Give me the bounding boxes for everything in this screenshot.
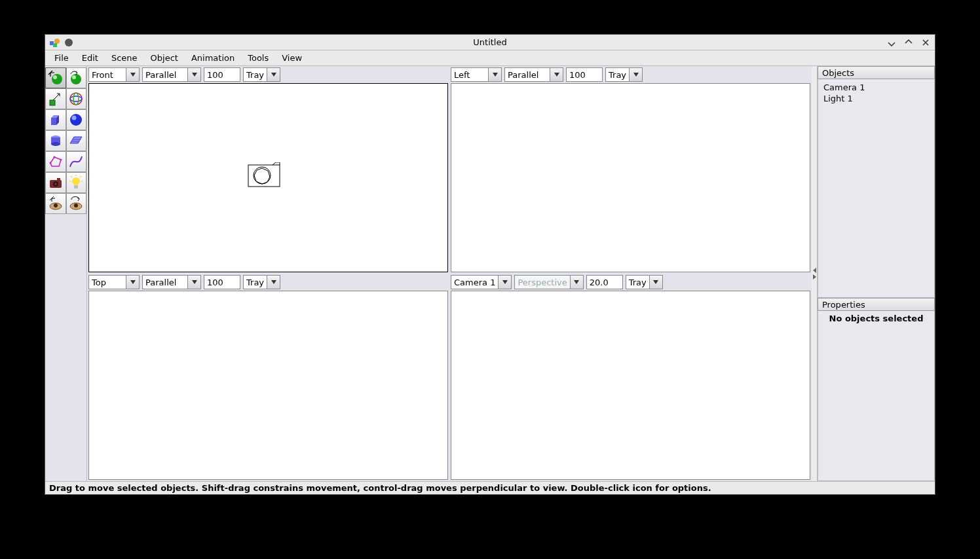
object-item[interactable]: Light 1 bbox=[823, 93, 929, 104]
chevron-down-icon[interactable] bbox=[267, 275, 280, 289]
viewport-toolbar: Camera 1 Perspective Tray bbox=[449, 274, 812, 291]
svg-point-1 bbox=[54, 39, 60, 44]
svg-point-23 bbox=[72, 177, 80, 185]
viewport-grid: Front Parallel Tray bbox=[87, 66, 812, 481]
viewport-camera: Camera 1 Perspective Tray bbox=[449, 274, 812, 481]
chevron-down-icon[interactable] bbox=[126, 67, 140, 82]
chevron-down-icon[interactable] bbox=[489, 67, 502, 82]
chevron-down-icon[interactable] bbox=[630, 67, 643, 82]
chevron-down-icon[interactable] bbox=[650, 275, 663, 289]
svg-rect-22 bbox=[57, 178, 60, 181]
object-item[interactable]: Camera 1 bbox=[823, 82, 929, 93]
projection-selector[interactable]: Parallel bbox=[142, 67, 201, 82]
viewport-canvas[interactable] bbox=[88, 83, 448, 272]
svg-rect-7 bbox=[50, 100, 55, 105]
window-title: Untitled bbox=[45, 37, 935, 47]
svg-point-18 bbox=[60, 159, 62, 161]
tool-pan-view[interactable] bbox=[45, 193, 66, 214]
viewport-toolbar: Front Parallel Tray bbox=[87, 66, 449, 83]
viewport-front: Front Parallel Tray bbox=[87, 66, 449, 274]
viewport-toolbar: Left Parallel Tray bbox=[449, 66, 812, 83]
zoom-input[interactable] bbox=[204, 275, 240, 289]
tool-camera[interactable] bbox=[45, 172, 66, 193]
svg-point-8 bbox=[70, 93, 82, 105]
objects-panel-header: Objects bbox=[818, 66, 935, 79]
tool-polygon[interactable] bbox=[45, 151, 66, 172]
tool-orbit-view[interactable] bbox=[66, 193, 87, 214]
menu-edit[interactable]: Edit bbox=[75, 51, 105, 65]
menu-animation[interactable]: Animation bbox=[185, 51, 241, 65]
svg-point-3 bbox=[52, 74, 62, 84]
svg-point-10 bbox=[73, 93, 79, 105]
menu-object[interactable]: Object bbox=[144, 51, 185, 65]
tool-light[interactable] bbox=[66, 172, 87, 193]
status-text: Drag to move selected objects. Shift-dra… bbox=[49, 483, 711, 493]
zoom-input[interactable] bbox=[204, 67, 240, 82]
titlebar: Untitled bbox=[45, 35, 935, 50]
content-area: Front Parallel Tray bbox=[45, 66, 935, 481]
projection-selector[interactable]: Parallel bbox=[142, 275, 201, 289]
viewport-canvas[interactable] bbox=[451, 83, 810, 272]
svg-marker-31 bbox=[254, 168, 270, 184]
app-window: Untitled File Edit Scene Object Animatio… bbox=[45, 34, 935, 495]
projection-selector[interactable]: Parallel bbox=[504, 67, 563, 82]
viewport-top: Top Parallel Tray bbox=[87, 274, 449, 481]
tool-curve[interactable] bbox=[66, 151, 87, 172]
svg-rect-2 bbox=[53, 43, 57, 47]
view-selector[interactable]: Front bbox=[88, 67, 140, 82]
menu-scene[interactable]: Scene bbox=[105, 51, 144, 65]
properties-empty-message: No objects selected bbox=[829, 314, 924, 323]
chevron-down-icon[interactable] bbox=[499, 275, 512, 289]
tray-selector[interactable]: Tray bbox=[243, 275, 280, 289]
svg-point-4 bbox=[53, 75, 57, 79]
view-selector[interactable]: Top bbox=[88, 275, 140, 289]
tool-scale[interactable] bbox=[45, 88, 66, 109]
tool-move[interactable] bbox=[45, 67, 66, 88]
tray-selector[interactable]: Tray bbox=[605, 67, 643, 82]
chevron-down-icon[interactable] bbox=[550, 67, 563, 82]
statusbar: Drag to move selected objects. Shift-dra… bbox=[45, 481, 935, 494]
minimize-button[interactable] bbox=[886, 37, 897, 48]
properties-panel-header: Properties bbox=[818, 298, 935, 311]
zoom-input[interactable] bbox=[566, 67, 603, 82]
view-selector[interactable]: Camera 1 bbox=[451, 275, 512, 289]
chevron-down-icon[interactable] bbox=[188, 67, 201, 82]
svg-rect-24 bbox=[74, 185, 78, 189]
menu-view[interactable]: View bbox=[275, 51, 309, 65]
svg-point-21 bbox=[54, 183, 57, 185]
tool-palette bbox=[45, 66, 87, 481]
menubar: File Edit Scene Object Animation Tools V… bbox=[45, 50, 935, 66]
chevron-down-icon[interactable] bbox=[267, 67, 280, 82]
tool-cube[interactable] bbox=[45, 109, 66, 130]
svg-point-6 bbox=[72, 75, 76, 79]
menu-tools[interactable]: Tools bbox=[241, 51, 275, 65]
objects-list[interactable]: Camera 1 Light 1 bbox=[818, 79, 935, 298]
svg-point-28 bbox=[74, 204, 78, 207]
viewport-toolbar: Top Parallel Tray bbox=[87, 274, 449, 291]
projection-selector[interactable]: Perspective bbox=[514, 275, 583, 289]
window-pin-icon[interactable] bbox=[65, 39, 73, 46]
tray-selector[interactable]: Tray bbox=[243, 67, 280, 82]
svg-point-9 bbox=[70, 96, 82, 101]
panel-splitter[interactable] bbox=[812, 66, 817, 481]
maximize-button[interactable] bbox=[903, 37, 914, 48]
tool-rotate[interactable] bbox=[66, 67, 87, 88]
tool-universal[interactable] bbox=[66, 88, 87, 109]
viewport-canvas[interactable] bbox=[88, 291, 448, 480]
app-icon bbox=[49, 37, 61, 48]
tool-cylinder[interactable] bbox=[45, 130, 66, 151]
view-selector[interactable]: Left bbox=[451, 67, 502, 82]
chevron-down-icon[interactable] bbox=[126, 275, 140, 289]
menu-file[interactable]: File bbox=[48, 51, 75, 65]
chevron-down-icon[interactable] bbox=[571, 275, 584, 289]
close-button[interactable] bbox=[920, 37, 931, 48]
tool-sphere[interactable] bbox=[66, 109, 87, 130]
tool-plane[interactable] bbox=[66, 130, 87, 151]
svg-point-26 bbox=[54, 204, 58, 207]
tray-selector[interactable]: Tray bbox=[626, 275, 663, 289]
chevron-down-icon[interactable] bbox=[188, 275, 201, 289]
camera-icon bbox=[248, 162, 280, 187]
zoom-input[interactable] bbox=[586, 275, 623, 289]
properties-panel-body: No objects selected bbox=[818, 311, 935, 481]
viewport-canvas[interactable] bbox=[451, 291, 810, 480]
